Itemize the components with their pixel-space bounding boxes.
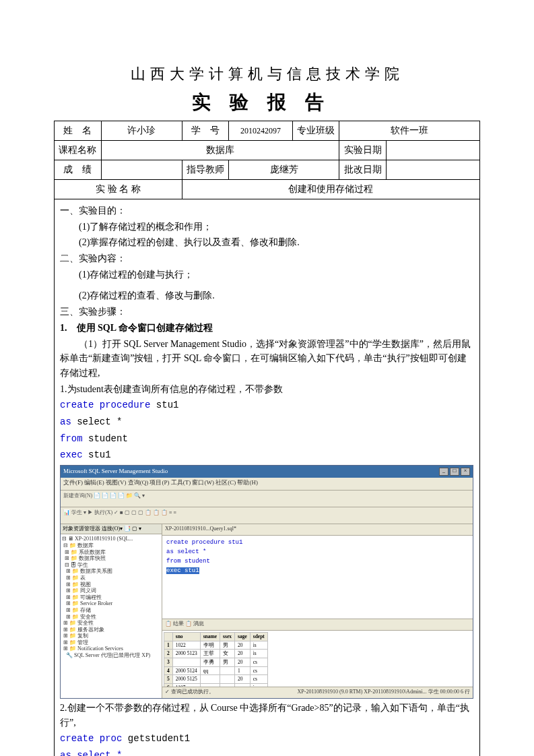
sec2-item2: (2)存储过程的查看、修改与删除. — [60, 288, 474, 303]
score-label: 成 绩 — [55, 160, 102, 180]
step1-desc: （1）打开 SQL Server Management Studio，选择“对象… — [60, 337, 474, 381]
report-title: 实验报告 — [54, 90, 480, 115]
maximize-icon[interactable]: □ — [450, 468, 459, 476]
score-value — [101, 160, 182, 180]
code-keyword: as — [60, 416, 71, 427]
window-title: Microsoft SQL Server Management Studio — [63, 467, 168, 476]
id-value: 2010242097 — [229, 121, 293, 141]
sec1-item1: (1)了解存储过程的概念和作用； — [60, 220, 474, 234]
code1-intro: 1.为student表创建查询所有信息的存储过程，不带参数 — [60, 382, 474, 397]
code2-intro: 2.创建一个不带参数的存储过程，从 Course 中选择所有“Grade>85”… — [60, 701, 474, 730]
code-text: select * — [71, 416, 123, 427]
teacher-label: 指导教师 — [182, 160, 229, 180]
toolbar-1[interactable]: 新建查询(N) 📄 📄 📄 📄 📁 🔍 ▾ — [61, 491, 473, 507]
code-editor[interactable]: create procedure stu1 as select * from s… — [162, 536, 473, 619]
toolbar-2[interactable]: 📊 学生 ▾ ▶ 执行(X) ✓ ■ ▢ ▢ ▢ 📋 📋 📋 ≡ ≡ — [61, 507, 473, 524]
date-value — [386, 141, 479, 160]
class-label: 专业班级 — [292, 121, 339, 141]
code-text: stu1 — [150, 400, 178, 410]
info-table: 姓 名 许小珍 学 号 2010242097 专业班级 软件一班 课程名称 数据… — [54, 121, 480, 199]
expname-label: 实 验 名 称 — [55, 180, 182, 199]
object-explorer[interactable]: 对象资源管理器 连接(O)▾ 📑 ▢ ▾ ⊟ 🖥 XP-201108191910… — [61, 524, 162, 698]
code-keyword: exec — [60, 449, 83, 460]
minimize-icon[interactable]: _ — [439, 468, 448, 476]
review-value — [386, 160, 479, 180]
code-text: getstudent1 — [122, 733, 190, 744]
date-label: 实验日期 — [339, 141, 387, 160]
close-icon[interactable]: × — [461, 468, 470, 476]
class-value: 软件一班 — [339, 121, 480, 141]
sec3-title: 三、实验步骤： — [60, 305, 474, 319]
course-label: 课程名称 — [55, 141, 102, 160]
code-keyword: create proc — [60, 733, 122, 744]
sec2-item1: (1)存储过程的创建与执行； — [60, 267, 474, 282]
ssms-screenshot: Microsoft SQL Server Management Studio _… — [60, 465, 473, 699]
review-label: 批改日期 — [339, 160, 387, 180]
sec2-title: 二、实验内容： — [60, 251, 474, 266]
teacher-value: 庞继芳 — [229, 160, 339, 180]
report-body: 一、实验目的： (1)了解存储过程的概念和作用； (2)掌握存储过程的创建、执行… — [54, 199, 480, 756]
window-controls[interactable]: _ □ × — [439, 468, 470, 476]
institution-title: 山西大学计算机与信息技术学院 — [54, 64, 480, 84]
results-grid[interactable]: snosnamessexsagesdept11022李明男20is22000 5… — [162, 631, 473, 687]
expname-value: 创建和使用存储过程 — [182, 180, 479, 199]
id-label: 学 号 — [182, 121, 229, 141]
results-tabs[interactable]: 📋 结果 📋 消息 — [162, 619, 473, 631]
code-keyword: create procedure — [60, 400, 150, 410]
status-bar: ✓ 查询已成功执行。 XP-201108191910 (9.0 RTM) XP-… — [162, 687, 473, 698]
window-titlebar: Microsoft SQL Server Management Studio _… — [61, 466, 473, 478]
status-left: ✓ 查询已成功执行。 — [165, 688, 214, 697]
step1-title: 1. 使用 SQL 命令窗口创建存储过程 — [60, 321, 474, 336]
status-right: XP-201108191910 (9.0 RTM) XP-20110819191… — [298, 688, 470, 697]
code-text: stu1 — [83, 449, 111, 460]
course-value: 数据库 — [101, 141, 339, 160]
name-value: 许小珍 — [101, 121, 182, 141]
sec1-title: 一、实验目的： — [60, 203, 474, 218]
name-label: 姓 名 — [55, 121, 102, 141]
menu-bar[interactable]: 文件(F) 编辑(E) 视图(V) 查询(Q) 项目(P) 工具(T) 窗口(W… — [61, 478, 473, 491]
code-text: student — [83, 433, 128, 444]
code-keyword: from — [60, 433, 83, 444]
code-keyword: as select * — [60, 750, 122, 756]
object-explorer-header: 对象资源管理器 连接(O)▾ 📑 ▢ ▾ — [61, 524, 162, 534]
editor-tab[interactable]: XP-201108191910...Query1.sql* — [162, 524, 473, 536]
sec1-item2: (2)掌握存储过程的创建、执行以及查看、修改和删除. — [60, 235, 474, 250]
